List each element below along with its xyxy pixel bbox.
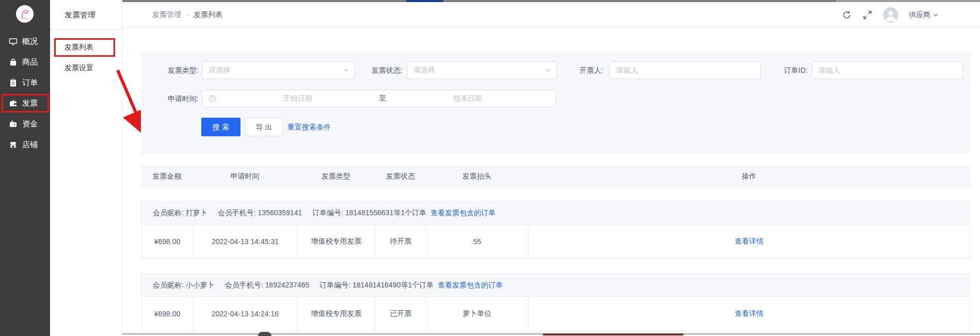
monitor-icon <box>9 37 18 46</box>
view-included-orders-link[interactable]: 查看发票包含的订单 <box>430 209 495 218</box>
order-clipboard-icon <box>9 78 18 87</box>
cell-invoice-title: 萝卜单位 <box>426 297 528 331</box>
sidebar-item-shop[interactable]: 店铺 <box>0 134 50 155</box>
table-row: ¥698.00 2022-04-13 14:45:31 增值税专用发票 待开票 … <box>141 225 970 259</box>
breadcrumb-root[interactable]: 发票管理 <box>152 10 181 20</box>
order-number-text: 订单编号: 181481416490等1个订单 <box>319 281 433 290</box>
invoice-status-placeholder: 请选择 <box>413 66 435 75</box>
sidebar-item-label: 订单 <box>22 78 38 88</box>
column-header-invoice-title: 发票抬头 <box>426 172 528 181</box>
cell-invoice-type: 增值税专用发票 <box>297 297 376 331</box>
chevron-down-icon <box>343 67 349 73</box>
invoice-status-label: 发票状态: <box>360 61 403 79</box>
invoice-group-card: 会员昵称: 打萝卜 会员手机号: 13560359141 订单编号: 18148… <box>141 201 970 259</box>
sidebar-item-label: 店铺 <box>22 140 38 150</box>
reset-search-link[interactable]: 重置搜索条件 <box>287 118 331 136</box>
submenu-item-invoice-list[interactable]: 发票列表 <box>50 37 122 57</box>
member-nickname-text: 会员昵称: 打萝卜 <box>153 209 207 218</box>
column-header-amount: 发票金额 <box>141 172 193 181</box>
header-actions: 供应商 <box>842 2 939 27</box>
invoice-group-card: 会员昵称: 小小萝卜 会员手机号: 18924237465 订单编号: 1814… <box>141 274 970 331</box>
cell-invoice-title: 55 <box>426 225 528 259</box>
avatar[interactable] <box>883 7 898 23</box>
column-header-invoice-status: 发票状态 <box>375 172 426 181</box>
cell-invoice-status: 待开票 <box>376 225 426 259</box>
submenu-title: 发票管理 <box>50 0 122 29</box>
sidebar-item-overview[interactable]: 概况 <box>0 31 50 52</box>
filter-panel: 发票类型: 请选择 发票状态: 请选择 开票人: 订单ID: 申请时间: 开始日… <box>141 53 970 154</box>
sidebar-item-label: 概况 <box>22 37 38 46</box>
invoice-type-label: 发票类型: <box>156 61 199 79</box>
invoice-type-placeholder: 请选择 <box>208 66 230 75</box>
submenu-list: 发票列表 发票设置 <box>50 37 122 78</box>
column-header-apply-time: 申请时间 <box>193 172 297 181</box>
group-header: 会员昵称: 小小萝卜 会员手机号: 18924237465 订单编号: 1814… <box>141 274 970 297</box>
sidebar-item-orders[interactable]: 订单 <box>0 72 50 93</box>
issuer-field-box <box>609 61 761 79</box>
sidebar-nav: 概况 商品 订单 发票 资金 <box>0 31 50 155</box>
search-button[interactable]: 搜 索 <box>201 118 240 136</box>
view-included-orders-link[interactable]: 查看发票包含的订单 <box>438 281 503 290</box>
sidebar-item-goods[interactable]: 商品 <box>0 52 50 72</box>
issuer-input[interactable] <box>610 62 760 78</box>
window-bottom-edge-bump <box>258 332 271 336</box>
user-name-label: 供应商 <box>909 10 930 20</box>
shop-icon <box>9 140 18 149</box>
clock-icon <box>208 95 216 103</box>
cell-apply-time: 2022-04-13 14:24:16 <box>194 297 297 331</box>
member-phone-text: 会员手机号: 18924237465 <box>225 281 309 290</box>
view-details-link[interactable]: 查看详情 <box>735 237 764 246</box>
cell-invoice-status: 已开票 <box>376 297 426 331</box>
window-bottom-edge-maroon-segment <box>543 333 683 335</box>
sidebar-item-label: 发票 <box>22 99 38 108</box>
group-header: 会员昵称: 打萝卜 会员手机号: 13560359141 订单编号: 18148… <box>141 202 970 225</box>
order-id-field-box <box>812 61 963 79</box>
submenu-item-invoice-settings[interactable]: 发票设置 <box>50 57 122 78</box>
member-nickname-text: 会员昵称: 小小萝卜 <box>153 281 215 290</box>
member-phone-text: 会员手机号: 13560359141 <box>218 209 302 218</box>
refresh-icon[interactable] <box>842 10 852 20</box>
breadcrumb: 发票管理 › 发票列表 <box>152 2 222 27</box>
secondary-sidebar: 发票管理 发票列表 发票设置 <box>50 0 122 336</box>
table-row: ¥698.00 2022-04-13 14:24:16 增值税专用发票 已开票 … <box>141 297 970 331</box>
app-logo[interactable] <box>16 5 34 23</box>
apply-time-label: 申请时间: <box>156 90 199 107</box>
invoice-wallet-icon <box>9 99 18 108</box>
fullscreen-icon[interactable] <box>862 10 873 20</box>
sidebar-item-label: 资金 <box>22 119 38 129</box>
top-header: 发票管理 › 发票列表 供应商 <box>122 2 980 27</box>
apply-time-range-picker[interactable]: 开始日期 至 结束日期 <box>202 90 556 107</box>
cell-amount: ¥698.00 <box>141 297 194 331</box>
sidebar-item-funds[interactable]: 资金 <box>0 114 50 134</box>
date-range-separator: 至 <box>379 94 387 103</box>
start-date-placeholder: 开始日期 <box>216 94 379 103</box>
export-button[interactable]: 导 出 <box>245 118 283 136</box>
chevron-down-icon <box>545 67 551 73</box>
breadcrumb-separator-icon: › <box>186 11 188 19</box>
invoice-status-select[interactable]: 请选择 <box>407 61 557 79</box>
primary-sidebar: 概况 商品 订单 发票 资金 <box>0 0 50 336</box>
end-date-placeholder: 结束日期 <box>387 94 550 103</box>
cell-amount: ¥698.00 <box>141 225 194 259</box>
chevron-down-icon <box>933 12 939 18</box>
funds-wallet-icon <box>9 120 18 129</box>
goods-bag-icon <box>9 58 18 67</box>
column-header-invoice-type: 发票类型 <box>297 172 375 181</box>
sidebar-item-invoices[interactable]: 发票 <box>0 93 50 114</box>
sidebar-item-label: 商品 <box>22 57 38 67</box>
order-number-text: 订单编号: 181481556631等1个订单 <box>312 209 426 218</box>
logo-flamingo-icon <box>18 7 31 21</box>
breadcrumb-current: 发票列表 <box>194 10 222 20</box>
invoice-type-select[interactable]: 请选择 <box>202 61 355 79</box>
cell-apply-time: 2022-04-13 14:45:31 <box>194 225 297 259</box>
column-header-action: 操作 <box>528 172 970 181</box>
order-id-input[interactable] <box>812 62 962 78</box>
user-dropdown[interactable]: 供应商 <box>909 10 939 20</box>
view-details-link[interactable]: 查看详情 <box>735 309 764 318</box>
cell-invoice-type: 增值税专用发票 <box>297 225 376 259</box>
order-id-label: 订单ID: <box>772 61 808 79</box>
table-header: 发票金额 申请时间 发票类型 发票状态 发票抬头 操作 <box>141 165 970 187</box>
issuer-label: 开票人: <box>567 61 603 79</box>
